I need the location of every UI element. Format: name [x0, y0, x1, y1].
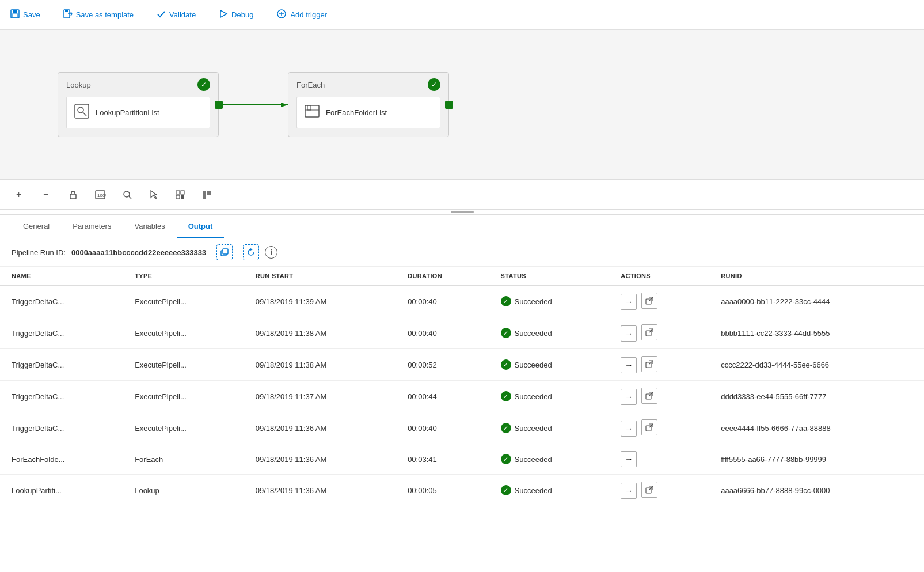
- external-link-button[interactable]: [641, 324, 657, 340]
- svg-text:−: −: [43, 190, 48, 199]
- svg-rect-18: [307, 105, 311, 110]
- col-actions: ACTIONS: [609, 267, 709, 286]
- table-row: ForEachFolde... ForEach 09/18/2019 11:36…: [0, 444, 924, 475]
- copy-id-button[interactable]: [216, 244, 233, 260]
- lookup-node-content: LookupPartitionList: [66, 97, 210, 128]
- output-tabs: General Parameters Variables Output: [0, 215, 924, 238]
- svg-rect-12: [75, 104, 89, 118]
- run-activity-button[interactable]: →: [621, 421, 637, 437]
- cell-type: ForEach: [123, 444, 244, 475]
- cell-run-start: 09/18/2019 11:36 AM: [244, 412, 396, 444]
- status-success-icon: ✓: [501, 328, 511, 338]
- run-activity-button[interactable]: →: [621, 357, 637, 373]
- status-text: Succeeded: [515, 297, 552, 306]
- validate-button[interactable]: Validate: [153, 7, 199, 22]
- cell-name: TriggerDeltaC...: [0, 349, 123, 381]
- cell-status: ✓ Succeeded: [489, 412, 610, 444]
- cell-status: ✓ Succeeded: [489, 286, 610, 317]
- cell-duration: 00:00:40: [396, 286, 489, 317]
- col-run-start: RUN START: [244, 267, 396, 286]
- run-activity-button[interactable]: →: [621, 483, 637, 499]
- lookup-success-badge: ✓: [197, 78, 210, 91]
- save-template-label: Save as template: [76, 10, 134, 19]
- debug-button[interactable]: Debug: [215, 7, 257, 22]
- lock-button[interactable]: [64, 187, 82, 202]
- svg-rect-32: [203, 191, 206, 199]
- cell-name: TriggerDeltaC...: [0, 412, 123, 444]
- external-link-button[interactable]: [641, 356, 657, 372]
- svg-rect-29: [181, 191, 184, 194]
- cell-runid: bbbb1111-cc22-3333-44dd-5555: [709, 317, 924, 349]
- cell-actions: →: [609, 317, 709, 349]
- debug-icon: [219, 9, 228, 20]
- bottom-panel: General Parameters Variables Output Pipe…: [0, 215, 924, 506]
- tab-output[interactable]: Output: [177, 215, 225, 238]
- zoom-out-button[interactable]: −: [38, 187, 55, 202]
- info-button[interactable]: i: [265, 246, 277, 259]
- svg-rect-31: [181, 195, 184, 199]
- external-link-button[interactable]: [641, 388, 657, 404]
- cell-actions: →: [609, 475, 709, 506]
- svg-marker-36: [250, 248, 253, 251]
- run-activity-button[interactable]: →: [621, 451, 637, 467]
- foreach-node-content: ForEachFolderList: [296, 97, 440, 128]
- zoom-in-button[interactable]: +: [12, 187, 29, 202]
- lookup-node[interactable]: Lookup ✓ LookupPartitionList: [58, 72, 219, 137]
- foreach-connector-right: [445, 101, 453, 109]
- add-trigger-icon: [276, 9, 287, 21]
- foreach-node-title: ForEach: [296, 81, 325, 89]
- lookup-icon: [74, 103, 90, 122]
- refresh-button[interactable]: [243, 244, 259, 260]
- table-row: TriggerDeltaC... ExecutePipeli... 09/18/…: [0, 317, 924, 349]
- cell-type: ExecutePipeli...: [123, 381, 244, 412]
- validate-icon: [157, 9, 166, 20]
- save-label: Save: [23, 10, 40, 19]
- save-button[interactable]: Save: [7, 7, 44, 22]
- table-row: TriggerDeltaC... ExecutePipeli... 09/18/…: [0, 412, 924, 444]
- foreach-node[interactable]: ForEach ✓ ForEachFolderList: [288, 72, 449, 137]
- run-activity-button[interactable]: →: [621, 294, 637, 310]
- lookup-node-label: LookupPartitionList: [96, 108, 159, 117]
- cell-actions: →: [609, 444, 709, 475]
- cell-runid: dddd3333-ee44-5555-66ff-7777: [709, 381, 924, 412]
- tab-parameters[interactable]: Parameters: [61, 215, 123, 238]
- zoom-search-button[interactable]: [119, 187, 136, 202]
- tab-variables[interactable]: Variables: [123, 215, 176, 238]
- run-activity-button[interactable]: →: [621, 325, 637, 342]
- debug-label: Debug: [231, 10, 253, 19]
- run-activity-button[interactable]: →: [621, 389, 637, 405]
- fit-view-button[interactable]: 100%: [91, 187, 109, 202]
- cell-name: ForEachFolde...: [0, 444, 123, 475]
- add-trigger-button[interactable]: Add trigger: [273, 6, 330, 23]
- cell-run-start: 09/18/2019 11:36 AM: [244, 444, 396, 475]
- validate-label: Validate: [169, 10, 196, 19]
- cell-type: ExecutePipeli...: [123, 349, 244, 381]
- lookup-node-header: Lookup ✓: [66, 78, 210, 91]
- save-template-button[interactable]: Save as template: [60, 7, 137, 22]
- cell-duration: 00:00:40: [396, 317, 489, 349]
- external-link-button[interactable]: [641, 482, 657, 498]
- svg-line-14: [83, 112, 86, 116]
- layout-button[interactable]: [198, 187, 215, 202]
- cell-run-start: 09/18/2019 11:36 AM: [244, 475, 396, 506]
- pipeline-nodes: Lookup ✓ LookupPartitionList: [58, 72, 449, 137]
- select-button[interactable]: [145, 187, 162, 202]
- collapse-handle[interactable]: [0, 210, 924, 215]
- col-name: NAME: [0, 267, 123, 286]
- status-success-icon: ✓: [501, 423, 511, 433]
- tab-general[interactable]: General: [12, 215, 61, 238]
- select-all-button[interactable]: [172, 187, 189, 202]
- cell-runid: cccc2222-dd33-4444-55ee-6666: [709, 349, 924, 381]
- cell-duration: 00:00:44: [396, 381, 489, 412]
- table-row: TriggerDeltaC... ExecutePipeli... 09/18/…: [0, 286, 924, 317]
- foreach-node-label: ForEachFolderList: [326, 108, 387, 117]
- activity-runs-table: NAME TYPE RUN START DURATION STATUS ACTI…: [0, 267, 924, 506]
- cell-run-start: 09/18/2019 11:39 AM: [244, 286, 396, 317]
- svg-rect-35: [223, 249, 228, 254]
- foreach-node-header: ForEach ✓: [296, 78, 440, 91]
- table-row: TriggerDeltaC... ExecutePipeli... 09/18/…: [0, 349, 924, 381]
- status-text: Succeeded: [515, 424, 552, 433]
- external-link-button[interactable]: [641, 293, 657, 309]
- table-row: TriggerDeltaC... ExecutePipeli... 09/18/…: [0, 381, 924, 412]
- external-link-button[interactable]: [641, 419, 657, 435]
